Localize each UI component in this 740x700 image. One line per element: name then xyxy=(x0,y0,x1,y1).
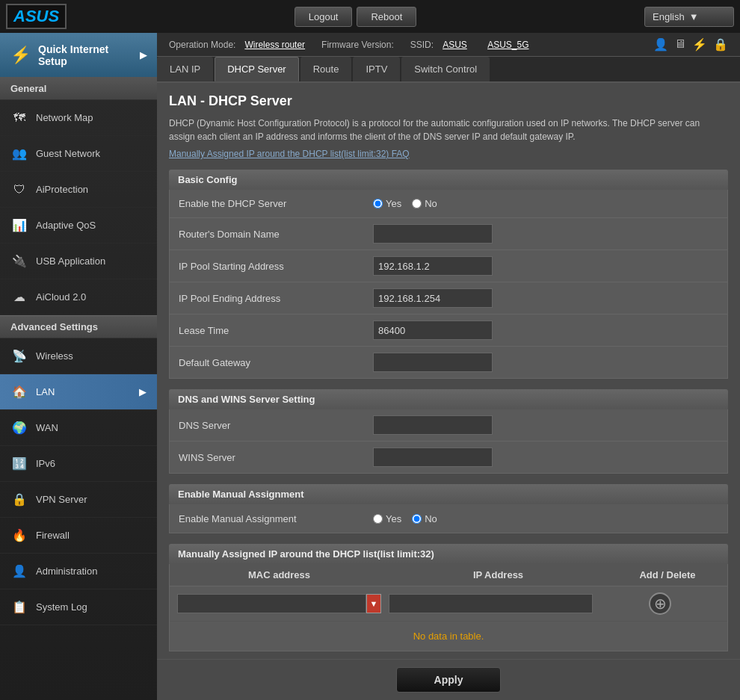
aicloud-icon: ☁ xyxy=(10,290,28,304)
sidebar-item-label-system-log: System Log xyxy=(36,601,87,613)
table-input-row: ▼ ⊕ xyxy=(170,586,727,622)
network-map-icon: 🗺 xyxy=(10,111,28,125)
sidebar-item-usb-application[interactable]: 🔌 USB Application xyxy=(0,244,157,279)
ip-address-input[interactable] xyxy=(389,594,593,613)
mac-dropdown-arrow[interactable]: ▼ xyxy=(366,594,381,613)
enable-dhcp-no-label[interactable]: No xyxy=(412,198,437,209)
sidebar-item-vpn-server[interactable]: 🔒 VPN Server xyxy=(0,482,157,518)
wins-server-value xyxy=(373,447,718,467)
default-gateway-value xyxy=(373,353,718,372)
content-area: Operation Mode: Wireless router Firmware… xyxy=(157,33,740,700)
lease-time-input[interactable] xyxy=(373,320,493,340)
basic-config-body: Enable the DHCP Server Yes No xyxy=(169,190,728,379)
sidebar-item-label-network-map: Network Map xyxy=(36,112,93,123)
ip-pool-end-label: IP Pool Ending Address xyxy=(179,293,373,304)
no-data-message: No data in table. xyxy=(170,622,727,651)
sidebar-item-adaptive-qos[interactable]: 📊 Adaptive QoS xyxy=(0,208,157,244)
firewall-icon: 🔥 xyxy=(10,528,28,542)
sidebar-item-label-wireless: Wireless xyxy=(36,350,73,362)
enable-dhcp-value: Yes No xyxy=(373,198,718,209)
dns-wins-section: DNS and WINS Server Setting DNS Server W… xyxy=(169,389,728,474)
sidebar-item-ipv6[interactable]: 🔢 IPv6 xyxy=(0,446,157,482)
ip-input-wrap xyxy=(381,594,600,613)
tab-iptv[interactable]: IPTV xyxy=(353,57,400,81)
status-icons: 👤 🖥 ⚡ 🔒 xyxy=(653,37,728,52)
quick-internet-arrow: ▶ xyxy=(140,50,147,61)
manual-assignment-title: Enable Manual Assignment xyxy=(169,484,728,504)
usb-status-icon: ⚡ xyxy=(692,37,707,52)
status-bar: Operation Mode: Wireless router Firmware… xyxy=(157,33,740,57)
basic-config-section: Basic Config Enable the DHCP Server Yes xyxy=(169,170,728,379)
ssid-label: SSID: xyxy=(410,40,434,50)
enable-manual-yes-radio[interactable] xyxy=(373,514,383,524)
page-title: LAN - DHCP Server xyxy=(169,93,728,109)
default-gateway-input[interactable] xyxy=(373,353,493,372)
chevron-down-icon: ▼ xyxy=(689,11,699,22)
general-section-header: General xyxy=(0,78,157,100)
sidebar-item-wan[interactable]: 🌍 WAN xyxy=(0,410,157,446)
vpn-icon: 🔒 xyxy=(10,492,28,507)
enable-manual-no-radio[interactable] xyxy=(412,514,422,524)
dns-server-input[interactable] xyxy=(373,415,493,435)
enable-manual-label: Enable Manual Assignment xyxy=(179,513,373,524)
manually-assigned-body: MAC address IP Address Add / Delete ▼ xyxy=(169,564,728,651)
reboot-button[interactable]: Reboot xyxy=(357,7,416,27)
operation-mode-label: Operation Mode: xyxy=(169,40,235,50)
enable-manual-no-label[interactable]: No xyxy=(412,513,437,524)
domain-name-input[interactable] xyxy=(373,224,493,244)
sidebar-item-label-aicloud: AiCloud 2.0 xyxy=(36,291,86,303)
operation-mode-value: Wireless router xyxy=(244,40,305,50)
logout-button[interactable]: Logout xyxy=(295,7,353,27)
sidebar-item-lan[interactable]: 🏠 LAN ▶ xyxy=(0,374,157,410)
dns-wins-title: DNS and WINS Server Setting xyxy=(169,389,728,409)
add-button[interactable]: ⊕ xyxy=(649,592,671,615)
sidebar-item-wireless[interactable]: 📡 Wireless xyxy=(0,338,157,374)
ip-pool-end-input[interactable] xyxy=(373,288,493,308)
asus-logo: ASUS xyxy=(6,4,67,29)
guest-network-icon: 👥 xyxy=(10,146,28,161)
enable-manual-yes-label[interactable]: Yes xyxy=(373,513,401,524)
sidebar-item-label-vpn: VPN Server xyxy=(36,494,87,505)
wins-server-input[interactable] xyxy=(373,447,493,467)
sidebar-item-aiprotection[interactable]: 🛡 AiProtection xyxy=(0,172,157,208)
sidebar-item-label-administration: Administration xyxy=(36,566,97,577)
add-del-col-header: Add / Delete xyxy=(608,564,727,586)
tab-dhcp-server[interactable]: DHCP Server xyxy=(215,57,299,81)
monitor-icon: 🖥 xyxy=(674,37,686,52)
language-select[interactable]: English ▼ xyxy=(644,7,734,27)
ip-pool-end-row: IP Pool Ending Address xyxy=(170,282,727,315)
manual-assignment-body: Enable Manual Assignment Yes No xyxy=(169,504,728,533)
sidebar-item-label-guest-network: Guest Network xyxy=(36,148,100,159)
ip-pool-start-input[interactable] xyxy=(373,256,493,276)
sidebar-item-aicloud[interactable]: ☁ AiCloud 2.0 xyxy=(0,279,157,315)
default-gateway-row: Default Gateway xyxy=(170,347,727,378)
domain-name-label: Router's Domain Name xyxy=(179,229,373,240)
quick-internet-setup[interactable]: ⚡ Quick Internet Setup ▶ xyxy=(0,33,157,78)
apply-button[interactable]: Apply xyxy=(396,667,502,693)
manual-assignment-section: Enable Manual Assignment Enable Manual A… xyxy=(169,484,728,533)
sidebar-item-firewall[interactable]: 🔥 Firewall xyxy=(0,518,157,554)
sidebar-item-network-map[interactable]: 🗺 Network Map xyxy=(0,100,157,136)
sidebar-item-administration[interactable]: 👤 Administration xyxy=(0,554,157,589)
sidebar-item-guest-network[interactable]: 👥 Guest Network xyxy=(0,136,157,172)
firmware-label: Firmware Version: xyxy=(321,40,394,50)
table-header-row: MAC address IP Address Add / Delete xyxy=(170,564,727,586)
lock-icon: 🔒 xyxy=(713,37,728,52)
administration-icon: 👤 xyxy=(10,564,28,578)
mac-address-input[interactable] xyxy=(177,594,366,613)
enable-dhcp-yes-label[interactable]: Yes xyxy=(373,198,401,209)
ssid-value1: ASUS xyxy=(443,40,467,50)
wins-server-label: WINS Server xyxy=(179,452,373,463)
dns-server-row: DNS Server xyxy=(170,409,727,442)
tab-lan-ip[interactable]: LAN IP xyxy=(157,57,213,81)
enable-dhcp-no-radio[interactable] xyxy=(412,199,422,208)
enable-dhcp-row: Enable the DHCP Server Yes No xyxy=(170,190,727,218)
ip-pool-end-value xyxy=(373,288,718,308)
sidebar-item-system-log[interactable]: 📋 System Log xyxy=(0,589,157,625)
enable-dhcp-yes-radio[interactable] xyxy=(373,199,383,208)
enable-manual-value: Yes No xyxy=(373,513,718,524)
tab-switch-control[interactable]: Switch Control xyxy=(401,57,490,81)
faq-link[interactable]: Manually Assigned IP around the DHCP lis… xyxy=(169,149,410,159)
tab-route[interactable]: Route xyxy=(300,57,352,81)
lan-icon: 🏠 xyxy=(10,385,28,399)
